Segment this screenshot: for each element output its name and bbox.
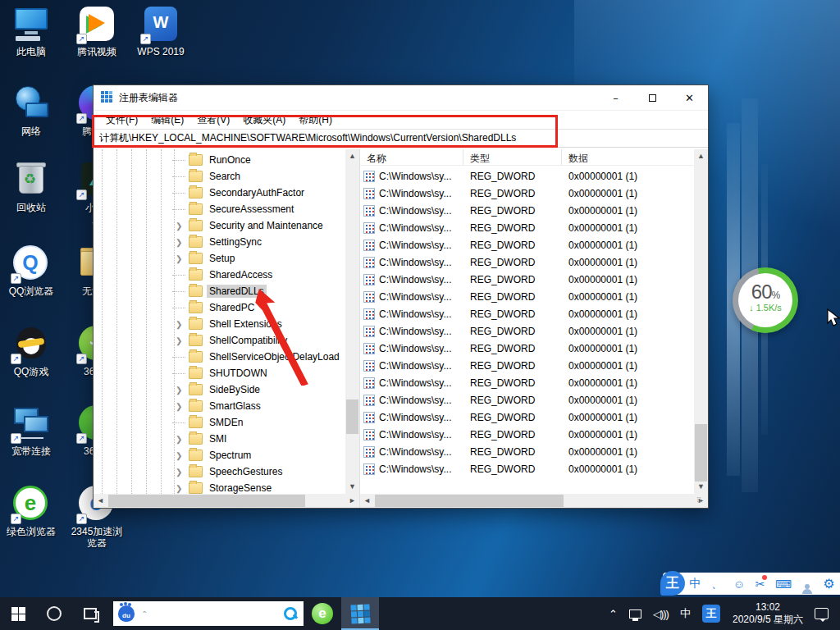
title-bar[interactable]: 注册表编辑器 – ✕ <box>94 85 708 111</box>
registry-value-row[interactable]: C:\Windows\sy...REG_DWORD0x00000001 (1) <box>360 322 694 340</box>
scroll-down-icon[interactable]: ▼ <box>694 480 708 494</box>
maximize-button[interactable] <box>634 85 671 111</box>
network-icon[interactable] <box>629 609 641 619</box>
taskbar-app-registry-editor[interactable] <box>341 597 379 630</box>
ime-logo-bubble[interactable]: 王 <box>660 571 685 596</box>
tree-item-runonce[interactable]: RunOnce <box>94 152 345 168</box>
ime-punctuation-icon[interactable]: 、 <box>711 577 723 591</box>
tree-item-smden[interactable]: SMDEn <box>94 414 345 431</box>
desktop-icon[interactable]: ♻回收站 <box>2 161 61 213</box>
scroll-left-icon[interactable]: ◄ <box>360 494 374 508</box>
chevron-up-icon[interactable]: ⌃ <box>141 609 284 619</box>
registry-value-row[interactable]: C:\Windows\sy...REG_DWORD0x00000001 (1) <box>360 426 694 443</box>
ime-settings-icon[interactable]: ⚙ <box>823 576 834 591</box>
scroll-up-icon[interactable]: ▲ <box>345 149 359 163</box>
cortana-button[interactable] <box>36 597 72 630</box>
expand-chevron-icon[interactable]: ❯ <box>176 468 185 477</box>
ime-scissors-icon[interactable]: ✂ <box>756 578 765 591</box>
registry-value-row[interactable]: C:\Windows\sy...REG_DWORD0x00000001 (1) <box>360 443 694 460</box>
expand-chevron-icon[interactable]: ❯ <box>176 254 185 263</box>
registry-value-row[interactable]: C:\Windows\sy...REG_DWORD0x00000001 (1) <box>360 391 694 409</box>
scrollbar-thumb[interactable] <box>375 495 564 507</box>
desktop-icon[interactable]: Q↗QQ浏览器 <box>2 244 61 297</box>
menu-item[interactable]: 收藏夹(A) <box>236 112 292 129</box>
tree-item-spectrum[interactable]: ❯Spectrum <box>94 447 345 463</box>
tree-item-settingsync[interactable]: ❯SettingSync <box>94 234 345 250</box>
expand-chevron-icon[interactable]: ❯ <box>176 402 185 411</box>
menu-item[interactable]: 编辑(E) <box>144 112 190 129</box>
tray-expand-chevron[interactable]: ⌃ <box>609 608 618 620</box>
action-center-icon[interactable] <box>815 608 829 619</box>
scrollbar-thumb[interactable] <box>108 495 305 507</box>
start-button[interactable] <box>0 597 36 630</box>
expand-chevron-icon[interactable]: ❯ <box>176 320 185 329</box>
registry-value-row[interactable]: C:\Windows\sy...REG_DWORD0x00000001 (1) <box>360 236 694 253</box>
expand-chevron-icon[interactable]: ❯ <box>176 435 185 444</box>
desktop-icon[interactable]: e↗绿色浏览器 <box>2 485 61 537</box>
scroll-left-icon[interactable]: ◄ <box>94 494 107 508</box>
registry-value-row[interactable]: C:\Windows\sy...REG_DWORD0x00000001 (1) <box>360 460 694 477</box>
scrollbar-thumb[interactable] <box>346 399 358 434</box>
tree-item-sidebyside[interactable]: ❯SideBySide <box>94 381 345 398</box>
minimize-button[interactable]: – <box>597 85 634 111</box>
ime-chinese-mode-icon[interactable]: 中 <box>689 577 701 591</box>
expand-chevron-icon[interactable]: ❯ <box>176 336 185 345</box>
download-progress-bubble[interactable]: 60% ↓ 1.5K/s <box>733 267 798 333</box>
tree-item-shutdown[interactable]: SHUTDOWN <box>94 365 345 381</box>
expand-chevron-icon[interactable]: ❯ <box>176 386 185 395</box>
search-icon[interactable] <box>284 607 297 620</box>
tree-vertical-scrollbar[interactable]: ▲ ▼ <box>345 149 359 494</box>
scroll-down-icon[interactable]: ▼ <box>345 480 359 494</box>
menu-item[interactable]: 查看(V) <box>190 112 236 129</box>
desktop-icon[interactable]: 此电脑 <box>2 5 61 57</box>
resize-grip[interactable]: ⠿ <box>696 496 706 506</box>
registry-value-row[interactable]: C:\Windows\sy...REG_DWORD0x00000001 (1) <box>360 202 694 219</box>
tree-item-security-and-maintenance[interactable]: ❯Security and Maintenance <box>94 217 345 234</box>
desktop-icon[interactable]: W↗WPS 2019 <box>131 5 190 57</box>
ime-tray-icon[interactable]: 王 <box>702 605 720 623</box>
list-header[interactable]: 名称 类型 数据 <box>360 149 708 166</box>
taskbar-app-green-browser[interactable]: e <box>304 597 341 630</box>
expand-chevron-icon[interactable]: ❯ <box>176 451 185 460</box>
registry-value-row[interactable]: C:\Windows\sy...REG_DWORD0x00000001 (1) <box>360 288 694 305</box>
tree-item-smartglass[interactable]: ❯SmartGlass <box>94 398 345 414</box>
registry-value-row[interactable]: C:\Windows\sy...REG_DWORD0x00000001 (1) <box>360 340 694 357</box>
list-horizontal-scrollbar[interactable]: ◄ ► ⠿ <box>360 494 708 508</box>
tree-item-speechgestures[interactable]: ❯SpeechGestures <box>94 463 345 480</box>
tree-item-secureassessment[interactable]: SecureAssessment <box>94 201 345 217</box>
ime-keyboard-icon[interactable]: ⌨ <box>775 578 792 591</box>
desktop-icon[interactable]: ↗QQ游戏 <box>2 325 61 377</box>
desktop-icon[interactable]: ↗腾讯视频 <box>67 5 126 57</box>
tree-item-shellserviceobjectdelayload[interactable]: ShellServiceObjectDelayLoad <box>94 349 345 365</box>
tree-item-sharedpc[interactable]: SharedPC <box>94 299 345 316</box>
tree-item-secondaryauthfactor[interactable]: SecondaryAuthFactor <box>94 185 345 201</box>
scroll-right-icon[interactable]: ► <box>345 494 359 508</box>
language-indicator[interactable]: 中 <box>680 606 691 621</box>
registry-value-row[interactable]: C:\Windows\sy...REG_DWORD0x00000001 (1) <box>360 409 694 426</box>
tree-item-search[interactable]: Search <box>94 168 345 185</box>
registry-value-row[interactable]: C:\Windows\sy...REG_DWORD0x00000001 (1) <box>360 185 694 202</box>
registry-value-row[interactable]: C:\Windows\sy...REG_DWORD0x00000001 (1) <box>360 305 694 322</box>
registry-value-row[interactable]: C:\Windows\sy...REG_DWORD0x00000001 (1) <box>360 271 694 288</box>
tree-item-shellcompatibility[interactable]: ❯ShellCompatibility <box>94 332 345 349</box>
column-type[interactable]: 类型 <box>463 149 562 165</box>
menu-item[interactable]: 帮助(H) <box>292 112 339 129</box>
tree-item-setup[interactable]: ❯Setup <box>94 250 345 267</box>
desktop-icon[interactable]: 网络 <box>2 84 61 137</box>
scrollbar-thumb[interactable] <box>695 424 707 482</box>
close-button[interactable]: ✕ <box>671 85 708 111</box>
expand-chevron-icon[interactable]: ❯ <box>176 484 185 493</box>
taskbar-search-box[interactable]: du ⌃ <box>113 601 304 626</box>
volume-icon[interactable]: ◁))) <box>653 608 669 620</box>
tree-item-shell-extensions[interactable]: ❯Shell Extensions <box>94 316 345 332</box>
expand-chevron-icon[interactable]: ❯ <box>176 221 185 231</box>
task-view-button[interactable] <box>72 597 108 630</box>
registry-value-row[interactable]: C:\Windows\sy...REG_DWORD0x00000001 (1) <box>360 357 694 374</box>
expand-chevron-icon[interactable]: ❯ <box>176 238 185 247</box>
taskbar-clock[interactable]: 13:02 2020/9/5 星期六 <box>733 601 803 626</box>
list-vertical-scrollbar[interactable]: ▲ ▼ <box>694 149 708 494</box>
address-bar[interactable]: 计算机\HKEY_LOCAL_MACHINE\SOFTWARE\Microsof… <box>94 129 708 148</box>
menu-item[interactable]: 文件(F) <box>99 112 144 129</box>
desktop-icon[interactable]: ↗宽带连接 <box>2 404 61 457</box>
baidu-icon[interactable]: du <box>118 605 135 622</box>
